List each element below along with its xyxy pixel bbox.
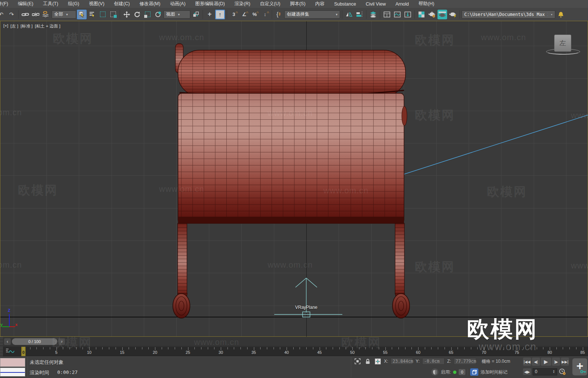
blocked-count-badge[interactable]: 0: [459, 369, 465, 375]
undo-icon[interactable]: ↶: [0, 10, 6, 19]
menu-item-15[interactable]: Arnold: [391, 1, 414, 7]
menu-bar: 文件(F)编辑(E)工具(T)组(G)视图(V)创建(C)修改器(M)动画(A)…: [0, 0, 588, 8]
keyboard-override-toggle[interactable]: ↑: [215, 10, 225, 19]
project-folder-field[interactable]: C:\Users\Han\Documents\3ds Max 2022 ▾: [462, 10, 555, 19]
time-tag-cube-icon[interactable]: [470, 368, 478, 376]
menu-item-11[interactable]: 脚本(S): [285, 1, 310, 7]
menu-item-8[interactable]: 图形编辑器(D): [190, 1, 230, 7]
go-to-end-button[interactable]: ▶▶|: [561, 358, 569, 366]
viewport-left[interactable]: [+] [左 ] [标准 ] [粘土 + 边面 ] 左 VRayPlane Z …: [0, 21, 588, 337]
selection-filter-dropdown[interactable]: 全部 ▾: [52, 10, 76, 19]
menu-item-1[interactable]: 编辑(E): [13, 1, 38, 7]
menu-item-14[interactable]: Civil View: [361, 1, 391, 7]
select-and-rotate-button[interactable]: [132, 10, 142, 19]
menu-item-10[interactable]: 自定义(U): [255, 1, 285, 7]
viewport-menu-standard[interactable]: [标准 ]: [20, 23, 33, 29]
viewport-menu-general[interactable]: [+]: [3, 23, 8, 29]
angle-snap-toggle[interactable]: ∠∩: [239, 10, 249, 19]
scene-explorer-button[interactable]: [382, 10, 392, 19]
redo-icon[interactable]: ↷: [7, 10, 16, 19]
menu-item-16[interactable]: 帮助(H): [414, 1, 439, 7]
layer-explorer-button[interactable]: [368, 10, 378, 19]
add-key-button[interactable]: +: [572, 358, 587, 375]
menu-item-12[interactable]: 内容: [310, 1, 329, 7]
bind-spacewarp-icon[interactable]: [41, 10, 51, 19]
render-setup-button[interactable]: [427, 10, 437, 19]
curve-editor-button[interactable]: [392, 10, 402, 19]
menu-item-0[interactable]: 文件(F): [0, 1, 13, 7]
menu-item-7[interactable]: 动画(A): [165, 1, 190, 7]
menu-item-3[interactable]: 组(G): [63, 1, 84, 7]
window-crossing-button[interactable]: [108, 10, 118, 19]
z-coordinate-label: Z:: [447, 359, 451, 364]
viewport-menu-pov[interactable]: [左 ]: [10, 23, 18, 29]
menu-item-6[interactable]: 修改器(M): [135, 1, 165, 7]
menu-item-5[interactable]: 创建(C): [109, 1, 135, 7]
track-bar[interactable]: 0510152025303540455055606570758085: [0, 347, 588, 356]
maxscript-macro-recorder[interactable]: [0, 358, 25, 367]
material-editor-button[interactable]: [417, 10, 426, 19]
next-frame-arrow[interactable]: ›: [58, 338, 65, 345]
reference-coordinate-dropdown[interactable]: 视图 ▾: [164, 10, 190, 19]
go-to-start-button[interactable]: |◀◀: [523, 358, 531, 366]
ruler-tick: [116, 347, 116, 349]
ruler-tick: [300, 347, 300, 349]
notification-bell-icon[interactable]: [556, 10, 566, 19]
snap-3d-toggle[interactable]: 3∩: [229, 10, 239, 19]
menu-item-9[interactable]: 渲染(R): [230, 1, 255, 7]
mini-curve-editor-icon[interactable]: [5, 348, 15, 356]
spinner-arrows-icon[interactable]: ▲▼: [553, 370, 555, 374]
select-and-move-button[interactable]: [122, 10, 132, 19]
dock-handle[interactable]: [0, 337, 3, 346]
select-by-name-button[interactable]: [87, 10, 97, 19]
render-production-button[interactable]: [448, 10, 458, 19]
link-icon[interactable]: [20, 10, 30, 19]
menu-item-4[interactable]: 视图(V): [84, 1, 109, 7]
key-mode-toggle[interactable]: ◀▶: [523, 368, 531, 375]
ruler-label-30: 30: [215, 350, 226, 355]
rendered-frame-window-button[interactable]: [437, 10, 447, 19]
dock-handle[interactable]: [0, 347, 3, 356]
select-object-button[interactable]: [77, 10, 87, 19]
use-pivot-center-button[interactable]: [191, 10, 201, 19]
scene-security-shield-icon[interactable]: [431, 368, 439, 376]
ruler-tick: [214, 347, 214, 349]
spinner-snap-toggle[interactable]: ↕∩: [260, 10, 270, 19]
schematic-view-button[interactable]: [403, 10, 413, 19]
menu-item-13[interactable]: Substance: [329, 1, 361, 7]
maxscript-mini-listener[interactable]: [0, 368, 25, 377]
absolute-offset-toggle-icon[interactable]: [374, 358, 381, 365]
edit-named-selection-sets-button[interactable]: {✎: [274, 10, 284, 19]
select-and-place-button[interactable]: [153, 10, 163, 19]
time-slider-handle[interactable]: 0 / 100: [12, 338, 57, 345]
mirror-button[interactable]: [344, 10, 354, 19]
ruler-tick: [405, 347, 406, 349]
time-configuration-icon[interactable]: [559, 368, 566, 375]
current-frame-field[interactable]: 0 ▲▼: [533, 368, 557, 375]
add-time-tag-label[interactable]: 添加时间标记: [481, 369, 507, 375]
named-selection-set-combo[interactable]: 创建选择集 ▾: [284, 10, 340, 19]
vrayplane-label[interactable]: VRayPlane: [291, 305, 321, 310]
select-and-scale-button[interactable]: [143, 10, 152, 19]
isolate-selection-icon[interactable]: [354, 358, 361, 365]
ruler-tick: [556, 347, 557, 349]
menu-item-2[interactable]: 工具(T): [38, 1, 63, 7]
toolbar-separator: [459, 10, 460, 19]
y-coordinate-field[interactable]: -0.0cm: [422, 358, 445, 365]
x-coordinate-field[interactable]: 23.844cm: [391, 358, 413, 365]
z-coordinate-field[interactable]: 77.779cm: [454, 358, 476, 365]
ruler-tick: [445, 347, 445, 349]
play-button[interactable]: ▶: [541, 358, 551, 366]
percent-snap-toggle[interactable]: %∩: [250, 10, 259, 19]
previous-frame-button[interactable]: ◀|: [532, 358, 540, 366]
selection-lock-icon[interactable]: [364, 358, 371, 365]
ruler-tick: [63, 347, 63, 349]
rectangular-selection-button[interactable]: [98, 10, 107, 19]
unlink-icon[interactable]: [31, 10, 41, 19]
viewcube[interactable]: 左: [554, 35, 571, 52]
previous-frame-arrow[interactable]: ‹: [4, 338, 11, 345]
select-and-manipulate-button[interactable]: +: [205, 10, 214, 19]
viewport-menu-shading[interactable]: [粘土 + 边面 ]: [35, 23, 61, 29]
align-button[interactable]: [355, 10, 364, 19]
next-frame-button[interactable]: |▶: [552, 358, 560, 366]
